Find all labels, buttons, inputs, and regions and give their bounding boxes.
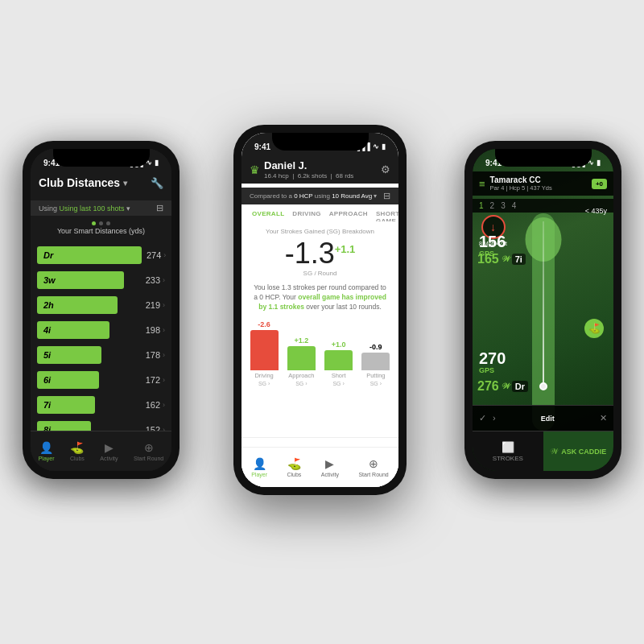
rounds-value: 68 rds (336, 172, 353, 180)
nav-clubs-label: Clubs (70, 456, 85, 461)
course-info: Tamarack CC Par 4 | Hcp 5 | 437 Yds (490, 175, 592, 192)
nav-player-left[interactable]: 👤 Player (39, 441, 55, 461)
sg-bars: -2.6 Driving SG › +1.2 Approach SG › +1.… (242, 330, 398, 386)
club-row[interactable]: 4i 198 › (31, 317, 171, 342)
clubs-icon: ⛳ (70, 441, 84, 454)
bar-value: -2.6 (258, 320, 270, 328)
nav-ask-caddie[interactable]: 𝒲 ASK CADDIE (543, 431, 614, 471)
right-bottom-bar: ✓ › Edit ✕ (473, 405, 613, 431)
left-title-container[interactable]: Club Distances ▾ (39, 176, 127, 189)
edit-label[interactable]: Edit (541, 415, 555, 423)
dist-arrow-text: < 435y (585, 207, 607, 215)
left-bottom-nav: 👤 Player ⛳ Clubs ▶ Activity ⊕ Start Roun… (31, 431, 171, 471)
club-bar: 5i (37, 346, 101, 364)
nav-clubs-mid[interactable]: ⛳ Clubs (287, 457, 301, 477)
nav-start-mid[interactable]: ⊕ Start Round (358, 457, 388, 477)
club-name: 5i (43, 350, 51, 360)
club-name: 2h (43, 300, 54, 310)
club-row[interactable]: 3w 233 › (31, 267, 171, 292)
gps-label-bottom: GPS (479, 366, 506, 374)
nav-activity-label-m: Activity (321, 472, 339, 477)
gear-icon[interactable]: ⚙ (381, 163, 390, 175)
gps-distance-top: 156 (479, 233, 506, 250)
battery-icon-r: ▮ (597, 159, 601, 167)
club-bar-container: 6i (37, 371, 133, 389)
chevron-right-icon: › (163, 251, 166, 259)
club-row[interactable]: 2h 219 › (31, 292, 171, 317)
bar-value: +1.2 (294, 336, 308, 345)
club-row[interactable]: 5i 178 › (31, 342, 171, 367)
chevron-right-icon: › (163, 301, 165, 309)
club-row[interactable]: 8i 152 › (31, 417, 171, 431)
settings-icon[interactable]: ✕ (600, 413, 607, 423)
sg-description: You lose 1.3 strokes per round compared … (250, 283, 390, 312)
club-distance: 152 (138, 425, 160, 431)
chevron-right-icon: › (163, 376, 165, 384)
menu-icon[interactable]: ≡ (479, 178, 485, 190)
club-name: 8i (43, 425, 51, 431)
ball-marker (539, 382, 547, 390)
wrench-icon[interactable]: 🔧 (151, 177, 163, 189)
hole-2[interactable]: 2 (490, 201, 495, 210)
filter-icon-mid[interactable]: ⊟ (383, 191, 390, 201)
user-info: Daniel J. 16.4 hcp | 6.2k shots | 68 rds (264, 159, 381, 180)
club-distance: 233 (138, 275, 160, 285)
course-details: Par 4 | Hcp 5 | 437 Yds (490, 184, 592, 192)
mid-bottom-nav: 👤 Player ⛳ Clubs ▶ Activity ⊕ Start Roun… (242, 447, 398, 487)
notch-middle (272, 133, 369, 151)
nav-player-label-m: Player (251, 472, 267, 477)
hcp-value: 16.4 hcp (264, 172, 289, 180)
status-time-middle: 9:41 (254, 142, 270, 151)
smart-distances-label: Your Smart Distances (yds) (31, 227, 171, 235)
club-row[interactable]: Dr 274 › (31, 242, 171, 267)
hole-4[interactable]: 4 (512, 201, 517, 210)
nav-player-mid[interactable]: 👤 Player (251, 457, 267, 477)
compare-text: Compared to a 0 HCP using 10 Round Avg ▾ (250, 192, 378, 200)
strokes-label: STROKES (493, 455, 523, 462)
club-bar: 6i (37, 371, 99, 389)
flag-button[interactable]: ⛳ (584, 319, 604, 338)
club-row[interactable]: 7i 162 › (31, 392, 171, 417)
nav-activity-mid[interactable]: ▶ Activity (321, 457, 339, 477)
club-name-top: 7i (512, 254, 526, 265)
course-header: ≡ Tamarack CC Par 4 | Hcp 5 | 437 Yds +0 (473, 171, 613, 196)
start-icon: ⊕ (144, 441, 154, 454)
shots-count: Using last 100 shots (60, 204, 125, 213)
club-distance: 219 (138, 300, 160, 310)
sg-bar-column[interactable]: +1.2 Approach SG › (287, 336, 316, 386)
caddie-label: ASK CADDIE (561, 448, 606, 456)
club-name: 3w (43, 275, 56, 285)
club-name: 6i (43, 375, 51, 385)
mid-user-header: ♛ Daniel J. 16.4 hcp | 6.2k shots | 68 r… (242, 155, 398, 184)
hole-1[interactable]: 1 (479, 201, 484, 210)
nav-start-left[interactable]: ⊕ Start Round (134, 441, 163, 461)
nav-strokes[interactable]: ⬜ STROKES (473, 431, 543, 471)
sg-label: SG / Round (250, 270, 390, 277)
arccos-logo-top: 𝒲 (502, 254, 510, 264)
dot-3 (106, 221, 110, 225)
shots-value: 6.2k shots (298, 172, 327, 180)
check-icon[interactable]: ✓ (479, 413, 486, 423)
hole-3[interactable]: 3 (501, 201, 506, 210)
club-row[interactable]: 6i 172 › (31, 367, 171, 392)
nav-activity-left[interactable]: ▶ Activity (100, 441, 118, 461)
sg-bar-column[interactable]: -2.6 Driving SG › (250, 320, 279, 386)
club-name-bottom: Dr (512, 381, 528, 392)
sg-value: -1.3+1.1 (250, 239, 390, 268)
shots-filter-label[interactable]: Using Using last 100 shots ▾ (39, 204, 130, 213)
sg-bar-column[interactable]: +1.0 Short SG › (324, 341, 353, 386)
nav-activity-label: Activity (100, 456, 118, 461)
filter-icon[interactable]: ⊟ (156, 203, 163, 213)
nav-clubs-label-m: Clubs (287, 472, 301, 477)
bar-label: Driving (254, 372, 273, 379)
arrow-icon[interactable]: › (493, 413, 496, 423)
club-dist-top: 165 (477, 252, 499, 266)
sg-bar-column[interactable]: -0.9 Putting SG › (361, 343, 390, 386)
sg-number: -1.3 (285, 237, 335, 270)
club-bar-container: 8i (37, 421, 133, 431)
notch-left (53, 149, 150, 167)
page-dots (31, 221, 171, 225)
player-icon: 👤 (39, 441, 53, 454)
crown-icon: ♛ (250, 163, 260, 176)
nav-clubs-left[interactable]: ⛳ Clubs (70, 441, 85, 461)
